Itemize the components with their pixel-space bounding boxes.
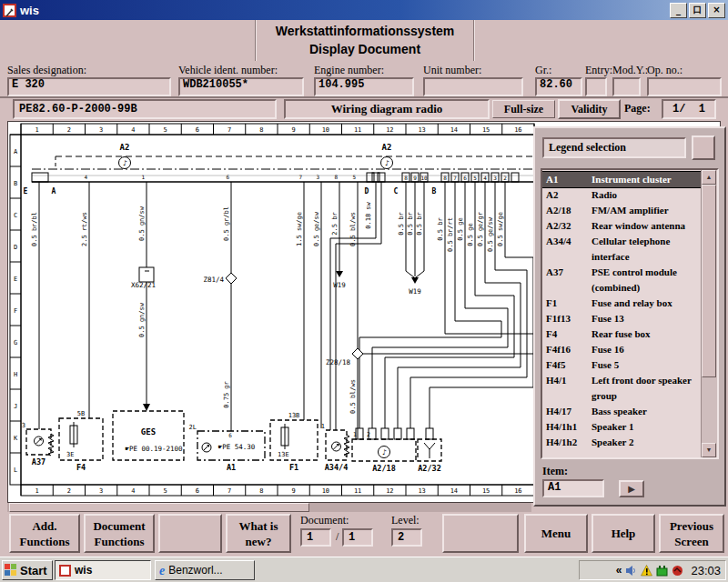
mod-year-label: Mod.Y.: <box>612 64 641 77</box>
legend-item[interactable]: F4Rear fuse box <box>542 326 702 342</box>
vehicle-fields: Sales designation: E 320 Vehicle ident. … <box>0 62 728 98</box>
start-button[interactable]: Start <box>2 560 53 580</box>
svg-text:7: 7 <box>453 175 457 181</box>
svg-text:6: 6 <box>196 487 199 495</box>
gr-field[interactable]: 82.60 <box>535 77 582 96</box>
legend-item[interactable]: F4f5Fuse 5 <box>542 357 702 373</box>
svg-text:4: 4 <box>483 175 487 181</box>
volume-icon[interactable] <box>625 565 637 577</box>
svg-text:16: 16 <box>514 126 521 134</box>
svg-text:1: 1 <box>321 423 325 430</box>
taskbar-item-browser[interactable]: e Benzworl... <box>155 560 255 580</box>
legend-item[interactable]: F4f16Fuse 16 <box>542 342 702 357</box>
svg-text:F1: F1 <box>289 463 298 472</box>
legend-item[interactable]: H4/1Left front door speaker <box>542 373 702 388</box>
legend-scrollbar[interactable]: ▲ ▼ <box>701 170 717 457</box>
vin-field[interactable]: WDB210055* <box>178 77 304 96</box>
taskbar-item-wis[interactable]: wis <box>55 560 151 580</box>
legend-item[interactable]: A2Radio <box>542 187 702 203</box>
document-total-field[interactable]: 1 <box>342 528 373 547</box>
svg-text:5: 5 <box>164 487 167 495</box>
maximize-icon[interactable]: 口 <box>689 3 706 18</box>
validity-button[interactable]: Validity OFF <box>558 99 621 119</box>
level-field[interactable]: 2 <box>391 528 422 547</box>
svg-text:0.5 gn/sw: 0.5 gn/sw <box>138 302 146 337</box>
legend-item[interactable]: A1Instrument cluster <box>542 172 702 187</box>
scrollbar-thumb[interactable] <box>702 185 716 377</box>
legend-selection-button[interactable] <box>692 135 715 160</box>
legend-item[interactable]: F1f13Fuse 13 <box>542 311 702 326</box>
item-label: Item: <box>542 465 568 478</box>
svg-text:0.5 bl/ws: 0.5 bl/ws <box>349 379 357 414</box>
scroll-up-icon[interactable]: ▲ <box>702 170 716 185</box>
document-functions-button[interactable]: DocumentFunctions <box>84 514 155 553</box>
svg-text:0.5 ge: 0.5 ge <box>457 217 464 240</box>
svg-text:3: 3 <box>22 422 25 429</box>
svg-text:6: 6 <box>228 432 232 438</box>
minimize-icon[interactable]: _ <box>670 3 687 18</box>
page-field[interactable]: 1/ 1 <box>662 99 716 119</box>
legend-item[interactable]: A2/32Rear window antenna <box>542 218 702 234</box>
svg-text:9: 9 <box>292 487 296 495</box>
blank-button-1[interactable] <box>158 514 222 553</box>
svg-text:12: 12 <box>386 487 393 495</box>
add-functions-button[interactable]: Add.Functions <box>9 514 80 553</box>
tray-chevron-icon[interactable]: « <box>616 564 622 577</box>
title-bar: wis _ 口 × <box>0 0 728 20</box>
svg-text:A2: A2 <box>382 143 392 152</box>
unit-number-field[interactable] <box>423 77 523 96</box>
svg-text:♪: ♪ <box>382 448 387 457</box>
help-button[interactable]: Help <box>592 514 655 553</box>
svg-text:A: A <box>52 187 56 196</box>
legend-item[interactable]: H4/1h1Speaker 1 <box>542 419 702 435</box>
device-icon[interactable] <box>656 565 668 577</box>
previous-screen-button[interactable]: PreviousScreen <box>659 514 724 553</box>
svg-text:8: 8 <box>443 175 447 181</box>
document-id-field[interactable]: PE82.60-P-2000-99B <box>13 99 277 119</box>
legend-item[interactable]: A37PSE control module <box>542 265 702 280</box>
op-no-field[interactable] <box>647 77 722 96</box>
document-level-group: Document: 1 / 1 Level: 2 <box>295 514 440 553</box>
what-is-new-button[interactable]: What isnew? <box>226 514 291 553</box>
svg-text:K: K <box>14 435 18 442</box>
legend-item[interactable]: A2/18FM/AM amplifier <box>542 203 702 218</box>
blank-button-2[interactable] <box>442 514 519 553</box>
item-go-button[interactable]: ▶ <box>619 480 644 497</box>
document-page-field[interactable]: 1 <box>300 528 331 547</box>
close-icon[interactable]: × <box>708 3 725 18</box>
svg-text:1: 1 <box>141 174 145 180</box>
legend-item[interactable]: (combined) <box>542 280 702 296</box>
antivirus-icon[interactable] <box>672 565 683 577</box>
bottom-toolbar: Add.Functions DocumentFunctions What isn… <box>0 512 728 557</box>
unit-number-label: Unit number: <box>423 64 523 77</box>
legend-item[interactable]: F1Fuse and relay box <box>542 296 702 311</box>
legend-item[interactable]: H4/1h2Speaker 2 <box>542 435 702 450</box>
svg-text:4: 4 <box>131 487 135 495</box>
svg-text:8: 8 <box>404 175 408 181</box>
svg-text:3: 3 <box>316 174 319 180</box>
warning-icon[interactable] <box>641 565 652 577</box>
legend-selection-dropdown[interactable]: Legend selection <box>542 137 686 158</box>
sales-designation-field[interactable]: E 320 <box>7 77 171 96</box>
entry-field[interactable] <box>585 77 607 96</box>
mod-year-field[interactable] <box>612 77 641 96</box>
legend-item[interactable]: group <box>542 388 702 404</box>
title-panel: Werkstattinformationssystem Display Docu… <box>255 20 475 61</box>
legend-item[interactable]: H4/17Bass speaker <box>542 404 702 419</box>
menu-button[interactable]: Menu <box>524 514 588 553</box>
full-size-view-button[interactable]: Full-size view <box>492 100 555 118</box>
scroll-down-icon[interactable]: ▼ <box>702 443 716 457</box>
item-field[interactable]: A1 <box>542 479 604 497</box>
horizontal-scrollbar[interactable] <box>7 503 531 512</box>
engine-number-field[interactable]: 104.995 <box>314 77 414 96</box>
svg-text:14: 14 <box>450 487 458 495</box>
legend-item[interactable]: interface <box>542 249 702 265</box>
svg-text:6: 6 <box>226 174 229 180</box>
svg-text:7: 7 <box>228 487 231 495</box>
svg-text:A: A <box>14 148 18 156</box>
svg-text:D: D <box>14 244 17 251</box>
svg-text:0.5 br/bl: 0.5 br/bl <box>31 212 38 246</box>
legend-item[interactable]: A34/4Cellular telephone <box>542 234 702 249</box>
svg-text:16: 16 <box>514 487 521 495</box>
horizontal-scrollbar-thumb[interactable] <box>9 503 309 512</box>
